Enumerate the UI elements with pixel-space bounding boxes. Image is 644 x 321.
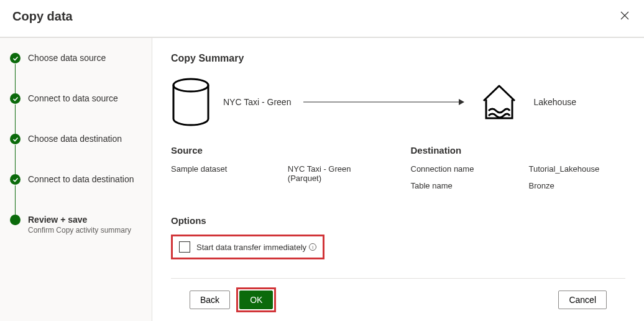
options-title: Options: [171, 215, 625, 226]
ok-button[interactable]: OK: [239, 291, 273, 309]
cancel-button[interactable]: Cancel: [558, 291, 607, 309]
step-label: Choose data source: [28, 53, 106, 63]
detail-value: Tutorial_Lakehouse: [529, 164, 600, 174]
arrow-right-icon: [303, 98, 465, 106]
step-label: Review + save: [28, 215, 131, 225]
check-icon: [10, 93, 21, 104]
details-grid: Source Sample dataset NYC Taxi - Green (…: [171, 145, 625, 198]
detail-label: Table name: [411, 181, 529, 190]
step-list: Choose data source Connect to data sourc…: [10, 53, 142, 235]
dialog-header: Copy data: [0, 0, 644, 38]
check-icon: [10, 174, 21, 185]
step-review-save[interactable]: Review + save Confirm Copy activity summ…: [10, 215, 142, 235]
detail-value: Bronze: [529, 181, 554, 190]
datastore-icon: [171, 78, 211, 126]
start-immediately-option: Start data transfer immediately i: [171, 235, 324, 259]
copy-data-dialog: Copy data Choose data source Connect to …: [0, 0, 644, 321]
dialog-body: Choose data source Connect to data sourc…: [0, 38, 644, 321]
detail-row: Connection name Tutorial_Lakehouse: [411, 164, 626, 174]
step-sub-label: Confirm Copy activity summary: [28, 226, 131, 235]
close-icon[interactable]: [618, 7, 632, 26]
dialog-title: Copy data: [12, 9, 73, 24]
source-section-title: Source: [171, 145, 386, 156]
step-label: Connect to data destination: [28, 174, 134, 184]
detail-label: Connection name: [411, 164, 529, 174]
destination-section-title: Destination: [411, 145, 626, 156]
start-immediately-label: Start data transfer immediately i: [196, 243, 316, 252]
check-icon: [10, 53, 21, 63]
wizard-sidebar: Choose data source Connect to data sourc…: [0, 38, 152, 321]
step-choose-data-source[interactable]: Choose data source: [10, 53, 142, 93]
summary-title: Copy Summary: [171, 53, 625, 64]
step-label: Connect to data source: [28, 93, 118, 103]
destination-name: Lakehouse: [533, 97, 576, 107]
step-choose-data-destination[interactable]: Choose data destination: [10, 134, 142, 174]
svg-point-0: [173, 79, 208, 91]
destination-details: Destination Connection name Tutorial_Lak…: [411, 145, 626, 198]
step-label: Choose data destination: [28, 134, 122, 144]
current-step-icon: [10, 215, 21, 225]
lakehouse-icon: [477, 82, 521, 122]
detail-row: Table name Bronze: [411, 181, 626, 190]
check-icon: [10, 134, 21, 144]
ok-highlight: OK: [236, 287, 276, 312]
source-details: Source Sample dataset NYC Taxi - Green (…: [171, 145, 386, 198]
detail-row: Sample dataset NYC Taxi - Green (Parquet…: [171, 164, 386, 183]
flow-diagram: NYC Taxi - Green Lakehouse: [171, 78, 625, 126]
source-name: NYC Taxi - Green: [223, 97, 291, 107]
detail-value: NYC Taxi - Green (Parquet): [288, 164, 386, 183]
info-icon[interactable]: i: [309, 243, 316, 251]
detail-label: Sample dataset: [171, 164, 288, 183]
step-connect-data-source[interactable]: Connect to data source: [10, 93, 142, 134]
main-panel: Copy Summary NYC Taxi - Green: [152, 38, 644, 321]
step-connect-data-destination[interactable]: Connect to data destination: [10, 174, 142, 215]
dialog-footer: Back OK Cancel: [171, 278, 625, 321]
back-button[interactable]: Back: [190, 291, 230, 309]
start-immediately-checkbox[interactable]: [179, 241, 190, 253]
